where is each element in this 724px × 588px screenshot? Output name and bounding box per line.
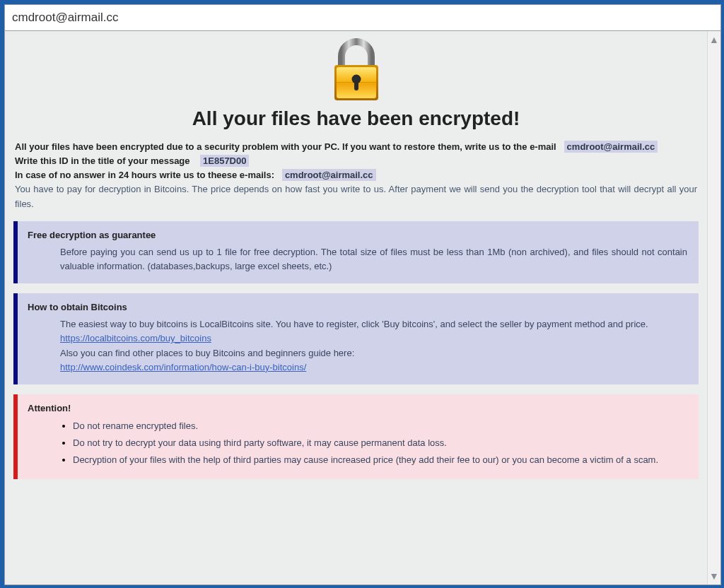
guarantee-title: Free decryption as guarantee (28, 228, 687, 242)
attention-item: Do not rename encrypted files. (73, 418, 687, 433)
contact-email-2: cmdroot@airmail.cc (282, 169, 376, 181)
window-titlebar: cmdroot@airmail.cc (5, 5, 720, 31)
intro-line-1-text: All your files have been encrypted due t… (15, 141, 556, 152)
attention-list: Do not rename encrypted files. Do not tr… (60, 418, 687, 467)
scroll-down-arrow-icon[interactable]: ▼ (709, 568, 719, 584)
svg-rect-4 (354, 81, 358, 90)
guarantee-body: Before paying you can send us up to 1 fi… (30, 245, 687, 274)
obtain-title: How to obtain Bitcoins (28, 300, 687, 314)
window-title: cmdroot@airmail.cc (12, 11, 118, 25)
intro-line-1: All your files have been encrypted due t… (15, 140, 697, 154)
padlock-icon (325, 35, 388, 103)
content-pane: All your files have been encrypted! All … (5, 31, 707, 584)
obtain-bitcoins-panel: How to obtain Bitcoins The easiest way t… (13, 293, 699, 384)
attention-panel: Attention! Do not rename encrypted files… (13, 394, 699, 480)
attention-title: Attention! (28, 401, 687, 416)
intro-line-3: In case of no answer in 24 hours write u… (15, 168, 697, 182)
client-area: All your files have been encrypted! All … (5, 31, 720, 584)
intro-line-2: Write this ID in the title of your messa… (15, 154, 697, 168)
localbitcoins-link[interactable]: https://localbitcoins.com/buy_bitcoins (60, 333, 211, 343)
contact-email-1: cmdroot@airmail.cc (564, 141, 658, 153)
lock-icon-wrap (11, 31, 701, 106)
attention-item: Do not try to decrypt your data using th… (73, 435, 687, 450)
outer-frame: cmdroot@airmail.cc (0, 0, 724, 588)
victim-id: 1E857D00 (200, 155, 249, 167)
guarantee-panel: Free decryption as guarantee Before payi… (13, 221, 699, 283)
scroll-up-arrow-icon[interactable]: ▲ (709, 31, 719, 48)
intro-line-3-text: In case of no answer in 24 hours write u… (15, 170, 274, 180)
obtain-body: The easiest way to buy bitcoins is Local… (30, 317, 687, 375)
intro-line-2-text: Write this ID in the title of your messa… (15, 155, 190, 166)
coindesk-link[interactable]: http://www.coindesk.com/information/how-… (60, 362, 306, 372)
obtain-line-1: The easiest way to buy bitcoins is Local… (60, 319, 648, 329)
attention-body: Do not rename encrypted files. Do not tr… (30, 418, 687, 467)
app-window: cmdroot@airmail.cc (4, 4, 721, 585)
payment-line: You have to pay for decryption in Bitcoi… (15, 182, 697, 211)
page-title: All your files have been encrypted! (11, 107, 701, 130)
intro-block: All your files have been encrypted due t… (11, 140, 701, 211)
attention-item: Decryption of your files with the help o… (73, 452, 687, 467)
obtain-line-2: Also you can find other places to buy Bi… (60, 348, 354, 358)
vertical-scrollbar[interactable]: ▲ ▼ (707, 31, 720, 584)
